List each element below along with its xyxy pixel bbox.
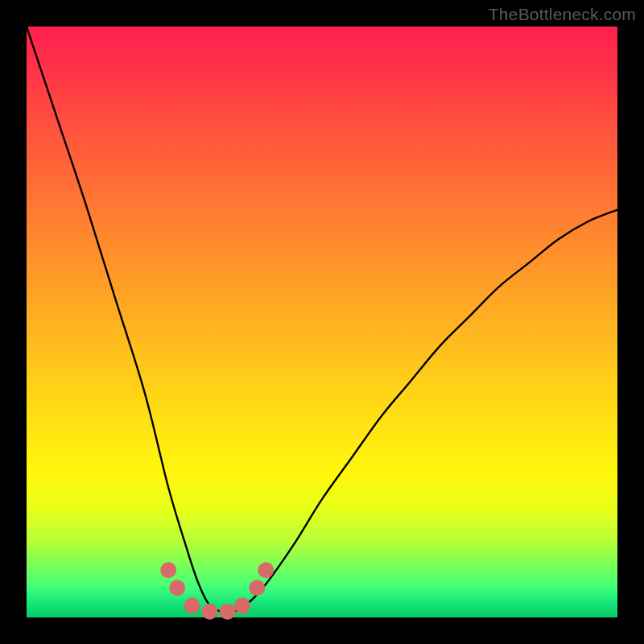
curve-marker xyxy=(220,604,236,620)
curve-marker xyxy=(184,597,200,613)
watermark-text: TheBottleneck.com xyxy=(489,5,636,24)
curve-marker xyxy=(234,597,250,613)
curve-marker xyxy=(160,562,176,578)
curve-marker xyxy=(249,580,265,596)
curve-marker xyxy=(258,562,274,578)
curve-marker xyxy=(169,580,185,596)
curve-markers xyxy=(160,562,274,619)
bottleneck-curve-path xyxy=(27,27,617,613)
plot-area xyxy=(27,27,617,617)
bottleneck-curve-svg xyxy=(27,27,617,617)
chart-frame: TheBottleneck.com xyxy=(0,0,644,644)
curve-marker xyxy=(202,604,218,620)
curve-line xyxy=(27,27,617,613)
